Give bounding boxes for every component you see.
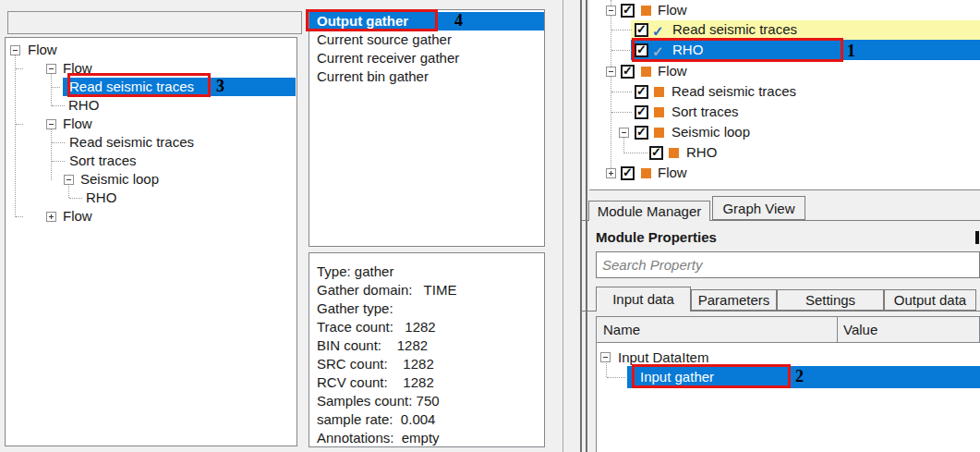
tree-item-sort-traces[interactable]: Sort traces xyxy=(671,103,739,121)
checkbox-checked-icon[interactable] xyxy=(649,146,663,160)
annotation-box-2 xyxy=(632,364,791,388)
property-line: Annotations: empty xyxy=(317,429,440,447)
list-item-current-source-gather[interactable]: Current source gather xyxy=(317,31,452,49)
annotation-number-1: 1 xyxy=(847,43,855,59)
module-square-icon xyxy=(669,148,679,158)
property-line: sample rate: 0.004 xyxy=(317,410,435,429)
tree-connector xyxy=(69,198,82,199)
tab-parameters[interactable]: Parameters xyxy=(691,289,777,311)
annotation-box-1 xyxy=(632,38,843,62)
checkbox-checked-icon[interactable] xyxy=(621,4,635,18)
column-header-value[interactable]: Value xyxy=(843,321,877,339)
expander-minus-icon[interactable] xyxy=(46,64,56,74)
tree-item-rho[interactable]: RHO xyxy=(686,143,717,162)
tree-item-seismic-loop[interactable]: Seismic loop xyxy=(671,123,750,141)
window-divider[interactable] xyxy=(580,0,582,452)
column-divider[interactable] xyxy=(837,317,838,342)
tab-label: Output data xyxy=(894,292,966,308)
tree-item-read-seismic-traces[interactable]: Read seismic traces xyxy=(671,82,796,101)
module-tree-panel: Flow ✓ Read seismic traces ✓ RHO Flow Re… xyxy=(589,0,980,190)
annotation-number-2: 2 xyxy=(795,368,804,385)
window-divider[interactable] xyxy=(586,0,587,452)
checkbox-checked-icon[interactable] xyxy=(621,166,635,180)
checkbox-checked-icon[interactable] xyxy=(635,23,648,37)
property-line: SRC count: 1282 xyxy=(317,355,434,373)
tab-input-data[interactable]: Input data xyxy=(596,287,691,312)
tree-item-flow[interactable]: Flow xyxy=(28,41,57,59)
expander-minus-icon[interactable] xyxy=(64,175,74,185)
gather-list-panel: Output gather Current source gather Curr… xyxy=(309,9,545,247)
property-line: BIN count: 1282 xyxy=(317,336,428,355)
check-status-icon: ✓ xyxy=(652,24,664,38)
expander-plus-icon[interactable] xyxy=(606,168,616,178)
tree-connector xyxy=(52,87,60,88)
tab-label: Graph View xyxy=(722,201,794,216)
expander-minus-icon[interactable] xyxy=(46,119,56,129)
tree-connector xyxy=(611,112,632,113)
tree-item-sort-traces[interactable]: Sort traces xyxy=(69,152,137,170)
module-square-icon xyxy=(641,67,651,77)
checkbox-checked-icon[interactable] xyxy=(635,126,648,140)
search-property-input[interactable] xyxy=(596,251,980,278)
column-header-name[interactable]: Name xyxy=(603,321,640,339)
tree-connector xyxy=(607,377,625,378)
input-data-table: Input DataItem Input gather xyxy=(596,343,980,452)
gather-properties-panel: Type: gather Gather domain: TIME Gather … xyxy=(309,252,545,447)
tree-connector xyxy=(52,105,65,106)
annotation-number-4: 4 xyxy=(454,12,463,29)
checkbox-checked-icon[interactable] xyxy=(635,85,648,99)
tree-item-rho[interactable]: RHO xyxy=(86,189,116,207)
expander-plus-icon[interactable] xyxy=(46,212,56,222)
tree-item-rho[interactable]: RHO xyxy=(68,96,99,115)
expander-minus-icon[interactable] xyxy=(606,67,616,77)
module-square-icon xyxy=(641,168,651,178)
tab-label: Module Manager xyxy=(598,203,702,219)
tab-settings[interactable]: Settings xyxy=(777,289,884,311)
expander-minus-icon[interactable] xyxy=(600,352,611,362)
tree-item-flow[interactable]: Flow xyxy=(658,1,687,19)
tab-label: Settings xyxy=(805,292,855,308)
tree-connector xyxy=(52,161,65,162)
tree-item-flow[interactable]: Flow xyxy=(63,115,92,133)
annotation-box-3 xyxy=(67,73,211,97)
expander-minus-icon[interactable] xyxy=(10,45,20,55)
checkbox-checked-icon[interactable] xyxy=(621,65,635,79)
module-square-icon xyxy=(654,128,664,138)
tree-connector xyxy=(624,153,647,153)
tree-item-read-seismic-traces[interactable]: Read seismic traces xyxy=(672,20,797,39)
module-properties-title: Module Properties xyxy=(596,228,717,247)
checkbox-checked-icon[interactable] xyxy=(635,105,648,119)
tab-graph-view[interactable]: Graph View xyxy=(712,196,805,220)
tree-item-flow[interactable]: Flow xyxy=(658,62,687,80)
panel-splitter[interactable] xyxy=(563,0,563,452)
tree-item-seismic-loop[interactable]: Seismic loop xyxy=(80,170,159,189)
tab-label: Parameters xyxy=(698,292,770,308)
expander-minus-icon[interactable] xyxy=(606,6,616,16)
annotation-number-3: 3 xyxy=(216,78,224,94)
property-line: RCV count: 1282 xyxy=(317,373,434,392)
tree-item-flow[interactable]: Flow xyxy=(63,207,92,226)
tree-connector xyxy=(16,216,23,217)
tab-module-manager[interactable]: Module Manager xyxy=(588,201,710,221)
list-item-current-receiver-gather[interactable]: Current receiver gather xyxy=(317,49,459,67)
table-header: Name Value xyxy=(596,316,980,343)
tree-connector xyxy=(51,124,52,180)
tree-connector xyxy=(611,30,632,31)
app-window: Flow Flow Read seismic traces RHO Flow R… xyxy=(0,0,980,452)
module-square-icon xyxy=(641,6,651,16)
flow-tree-filter-box[interactable] xyxy=(7,11,302,34)
property-line: Gather type: xyxy=(317,299,393,318)
cutoff-text-fragment xyxy=(975,231,979,244)
property-line: Type: gather xyxy=(317,263,393,281)
tree-connector xyxy=(52,142,65,143)
tree-connector xyxy=(15,50,16,217)
tree-item-read-seismic-traces[interactable]: Read seismic traces xyxy=(69,133,194,152)
annotation-box-4 xyxy=(306,9,438,31)
tree-connector xyxy=(611,0,611,174)
tree-item-flow[interactable]: Flow xyxy=(658,164,687,182)
list-item-current-bin-gather[interactable]: Current bin gather xyxy=(317,67,429,86)
tree-connector xyxy=(611,50,632,51)
tree-connector xyxy=(16,124,23,125)
expander-minus-icon[interactable] xyxy=(619,128,629,138)
tab-output-data[interactable]: Output data xyxy=(884,289,976,311)
